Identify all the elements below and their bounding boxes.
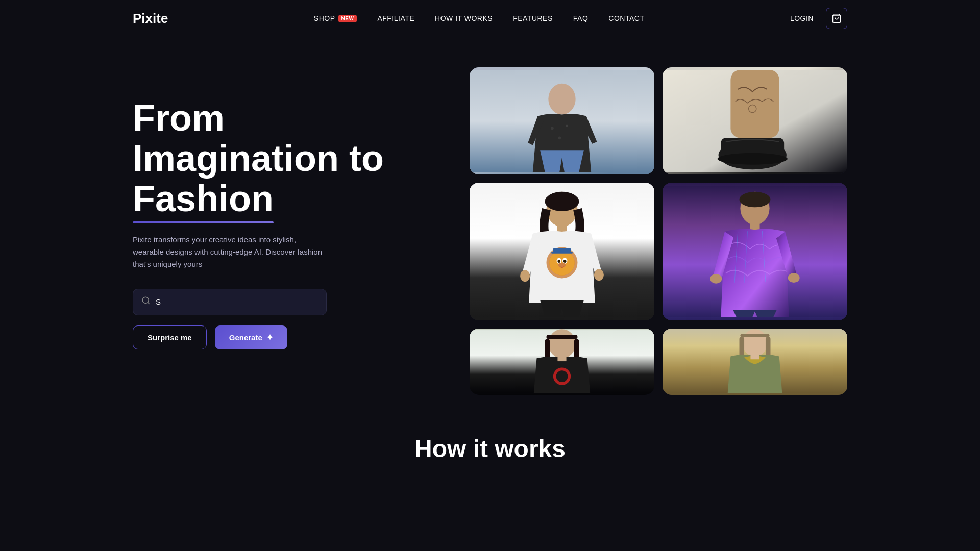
how-it-works-section: How it works: [0, 404, 980, 483]
svg-rect-52: [750, 354, 759, 359]
search-icon: [141, 296, 151, 308]
fashion-image-4-svg: [663, 183, 847, 320]
fashion-image-2: [663, 67, 847, 174]
fashion-image-5-svg: [470, 329, 654, 395]
svg-point-7: [558, 136, 561, 139]
svg-point-28: [520, 270, 530, 282]
fashion-image-6-svg: [663, 329, 847, 395]
svg-rect-9: [730, 70, 779, 138]
svg-point-32: [740, 192, 771, 207]
svg-point-5: [551, 127, 554, 130]
fashion-image-2-svg: [663, 67, 847, 174]
fashion-card-5: [470, 329, 654, 395]
hero-section: From Imagination to Fashion Pixite trans…: [0, 37, 980, 404]
fashion-image-6: [663, 329, 847, 395]
svg-point-13: [718, 153, 788, 165]
svg-point-25: [558, 263, 566, 268]
fashion-image-4: [663, 183, 847, 320]
how-it-works-title: How it works: [0, 435, 980, 463]
svg-point-40: [548, 329, 575, 358]
cart-icon: [831, 13, 842, 23]
svg-point-23: [557, 260, 560, 263]
button-row: Surprise me Generate ✦: [133, 325, 429, 349]
fashion-card-6: [663, 329, 847, 395]
svg-rect-27: [551, 252, 573, 254]
svg-rect-49: [740, 334, 769, 337]
hero-image-grid: [429, 67, 847, 395]
hero-left: From Imagination to Fashion Pixite trans…: [133, 67, 429, 349]
fashion-card-2: [663, 67, 847, 174]
search-bar: [133, 289, 327, 315]
svg-line-2: [148, 303, 149, 304]
fashion-card-4: [663, 183, 847, 320]
fashion-card-3: [470, 183, 654, 320]
svg-point-6: [566, 125, 568, 127]
nav-item-features[interactable]: FEATURES: [513, 14, 553, 22]
nav-item-how-it-works[interactable]: HOW IT WORKS: [435, 14, 493, 22]
fashion-image-3: [470, 183, 654, 320]
fashion-image-5: [470, 329, 654, 395]
hero-subtitle: Pixite transforms your creative ideas in…: [133, 234, 327, 270]
nav-item-contact[interactable]: CONTACT: [608, 14, 644, 22]
main-nav: SHOP NEW AFFILIATE HOW IT WORKS FEATURES…: [314, 14, 645, 22]
hero-title: From Imagination to Fashion: [133, 98, 429, 219]
generate-button[interactable]: Generate ✦: [215, 325, 287, 349]
logo[interactable]: Pixite: [133, 11, 168, 27]
fashion-image-1: [470, 67, 654, 174]
nav-item-affiliate[interactable]: AFFILIATE: [377, 14, 414, 22]
svg-point-4: [548, 84, 575, 115]
fashion-image-1-svg: [470, 67, 654, 174]
fashion-card-1: [470, 67, 654, 174]
search-input[interactable]: [156, 297, 318, 306]
svg-point-38: [788, 273, 800, 283]
svg-point-45: [556, 370, 568, 382]
svg-point-29: [594, 269, 604, 281]
svg-rect-46: [557, 356, 566, 361]
svg-point-24: [564, 260, 567, 263]
svg-point-37: [710, 274, 722, 284]
nav-item-faq[interactable]: FAQ: [573, 14, 589, 22]
header: Pixite SHOP NEW AFFILIATE HOW IT WORKS F…: [0, 0, 980, 37]
sparkle-icon: ✦: [266, 333, 273, 342]
nav-item-shop[interactable]: SHOP NEW: [314, 14, 357, 22]
nav-shop-badge: NEW: [338, 15, 357, 22]
cart-button[interactable]: [826, 8, 847, 29]
svg-point-1: [142, 297, 149, 303]
surprise-me-button[interactable]: Surprise me: [133, 325, 207, 349]
svg-rect-26: [553, 248, 571, 252]
svg-point-16: [545, 192, 579, 211]
header-right: LOGIN: [790, 8, 847, 29]
fashion-image-3-svg: [470, 183, 654, 320]
login-button[interactable]: LOGIN: [790, 14, 814, 22]
nav-shop-label: SHOP: [314, 14, 335, 22]
svg-rect-41: [547, 335, 578, 339]
svg-point-48: [742, 329, 768, 356]
